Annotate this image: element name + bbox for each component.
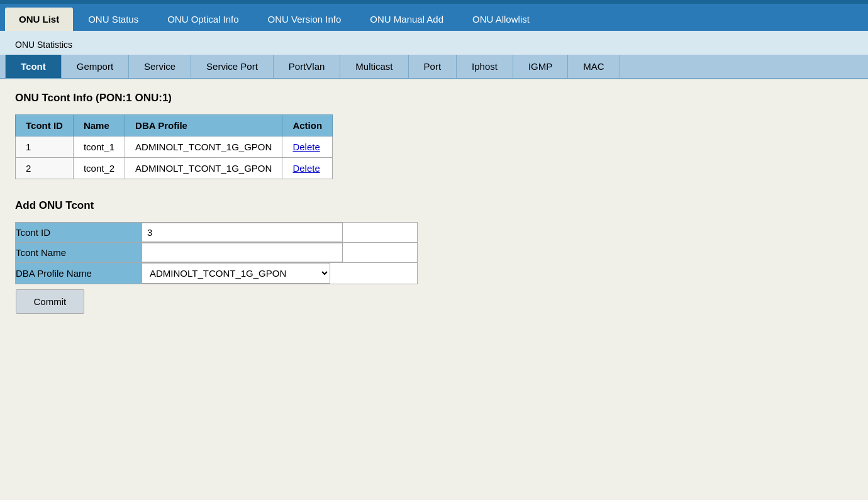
- tab-tcont[interactable]: Tcont: [5, 55, 62, 78]
- top-navigation: ONU List ONU Status ONU Optical Info ONU…: [0, 4, 868, 31]
- col-name: Name: [73, 115, 125, 136]
- tab-service-port[interactable]: Service Port: [191, 55, 274, 78]
- tab-port[interactable]: Port: [409, 55, 457, 78]
- tab-multicast[interactable]: Multicast: [340, 55, 408, 78]
- table-row: 2 tcont_2 ADMINOLT_TCONT_1G_GPON Delete: [16, 158, 333, 179]
- add-form-title: Add ONU Tcont: [15, 199, 853, 212]
- cell-action-1: Delete: [282, 136, 333, 158]
- col-action: Action: [282, 115, 333, 136]
- tcont-name-input[interactable]: [142, 243, 343, 262]
- delete-button-2[interactable]: Delete: [292, 163, 320, 174]
- tab-onu-status[interactable]: ONU Status: [74, 8, 152, 31]
- form-row-dba-profile: DBA Profile Name ADMINOLT_TCONT_1G_GPON: [16, 263, 418, 284]
- col-dba-profile: DBA Profile: [125, 115, 282, 136]
- dba-profile-select[interactable]: ADMINOLT_TCONT_1G_GPON: [142, 263, 330, 284]
- tab-onu-version-info[interactable]: ONU Version Info: [254, 8, 355, 31]
- info-table-title: ONU Tcont Info (PON:1 ONU:1): [15, 92, 853, 104]
- tab-onu-statistics[interactable]: ONU Statistics: [5, 35, 82, 55]
- second-navigation: ONU Statistics: [0, 31, 868, 55]
- tab-onu-manual-add[interactable]: ONU Manual Add: [356, 8, 457, 31]
- main-content: ONU Tcont Info (PON:1 ONU:1) Tcont ID Na…: [0, 79, 868, 331]
- cell-name-2: tcont_2: [73, 158, 125, 179]
- cell-tcont-id-1: 1: [16, 136, 74, 158]
- form-label-dba-profile: DBA Profile Name: [16, 263, 142, 284]
- commit-button[interactable]: Commit: [16, 289, 85, 314]
- sub-navigation: Tcont Gemport Service Service Port PortV…: [0, 55, 868, 79]
- form-input-cell-tcont-name: [142, 243, 418, 263]
- form-input-cell-tcont-id: [142, 223, 418, 243]
- form-label-tcont-id: Tcont ID: [16, 223, 142, 243]
- form-row-tcont-name: Tcont Name: [16, 243, 418, 263]
- tcont-info-table: Tcont ID Name DBA Profile Action 1 tcont…: [15, 114, 333, 179]
- cell-dba-profile-2: ADMINOLT_TCONT_1G_GPON: [125, 158, 282, 179]
- form-row-commit: Commit: [16, 284, 418, 319]
- tab-gemport[interactable]: Gemport: [62, 55, 129, 78]
- cell-dba-profile-1: ADMINOLT_TCONT_1G_GPON: [125, 136, 282, 158]
- tab-iphost[interactable]: Iphost: [457, 55, 513, 78]
- cell-action-2: Delete: [282, 158, 333, 179]
- tcont-id-input[interactable]: [142, 223, 343, 242]
- tab-onu-list[interactable]: ONU List: [5, 8, 73, 31]
- form-row-tcont-id: Tcont ID: [16, 223, 418, 243]
- form-label-tcont-name: Tcont Name: [16, 243, 142, 263]
- tab-onu-allowlist[interactable]: ONU Allowlist: [459, 8, 543, 31]
- tab-service[interactable]: Service: [129, 55, 191, 78]
- tab-portvlan[interactable]: PortVlan: [274, 55, 341, 78]
- tab-igmp[interactable]: IGMP: [513, 55, 568, 78]
- cell-tcont-id-2: 2: [16, 158, 74, 179]
- tab-mac[interactable]: MAC: [568, 55, 620, 78]
- add-tcont-form: Tcont ID Tcont Name DBA Profile Name ADM…: [15, 222, 418, 319]
- col-tcont-id: Tcont ID: [16, 115, 74, 136]
- form-input-cell-dba-profile: ADMINOLT_TCONT_1G_GPON: [142, 263, 418, 284]
- table-row: 1 tcont_1 ADMINOLT_TCONT_1G_GPON Delete: [16, 136, 333, 158]
- cell-name-1: tcont_1: [73, 136, 125, 158]
- tab-onu-optical-info[interactable]: ONU Optical Info: [153, 8, 252, 31]
- delete-button-1[interactable]: Delete: [292, 142, 320, 152]
